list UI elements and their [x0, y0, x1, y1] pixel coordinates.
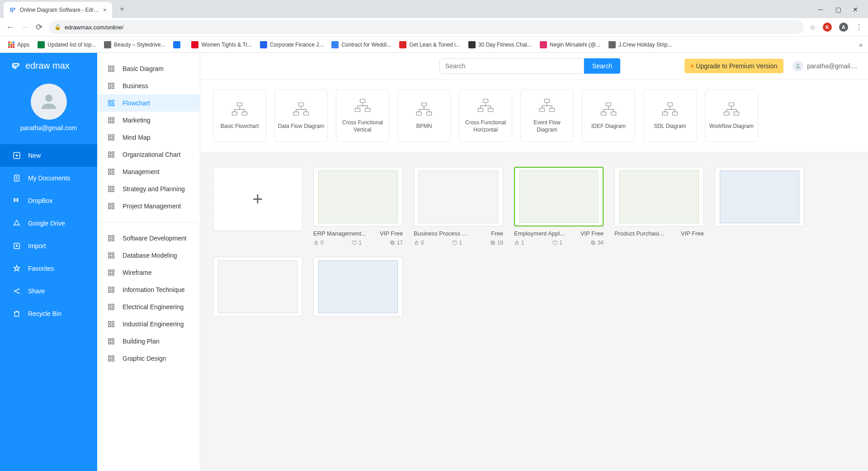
hearts-stat[interactable]: 1 [452, 240, 462, 246]
copy-icon [390, 240, 395, 245]
new-tab-button[interactable]: + [116, 3, 128, 15]
menu-dots-icon[interactable]: ⋮ [855, 23, 863, 32]
category-software-development[interactable]: Software Development [97, 230, 200, 247]
template-card[interactable]: Cross Functional Horizontal [459, 89, 512, 142]
likes-stat[interactable]: 0 [313, 240, 324, 246]
forward-icon[interactable]: → [20, 23, 29, 32]
nav-item-import[interactable]: Import [0, 235, 97, 257]
doc-icon [13, 174, 21, 182]
copies-stat[interactable]: 17 [390, 240, 403, 246]
svg-rect-87 [417, 112, 422, 115]
reload-icon[interactable]: ⟳ [34, 23, 43, 32]
template-card[interactable]: SDL Diagram [643, 89, 697, 142]
search-button[interactable]: Search [584, 58, 620, 74]
minimize-icon[interactable]: ─ [818, 6, 825, 12]
back-icon[interactable]: ← [5, 23, 14, 32]
svg-rect-9 [112, 66, 114, 68]
new-diagram-card[interactable]: + [213, 167, 302, 231]
likes-stat[interactable]: 1 [514, 240, 524, 246]
likes-stat[interactable]: 0 [414, 240, 424, 246]
template-card[interactable]: BPMN [397, 89, 451, 142]
hearts-stat[interactable]: 1 [552, 240, 562, 246]
bookmark-item[interactable]: Contract for Weddi... [329, 39, 394, 50]
bookmark-star-icon[interactable]: ☆ [809, 23, 816, 32]
hearts-stat[interactable]: 1 [351, 240, 362, 246]
template-card[interactable]: Cross Functional Vertical [336, 89, 389, 142]
example-card[interactable]: Product Purchasi...VIP Free [614, 167, 704, 246]
category-management[interactable]: Management [97, 163, 200, 180]
example-card[interactable] [213, 257, 302, 316]
bookmark-item[interactable]: Updated list of top... [35, 39, 99, 50]
bookmark-item[interactable]: Beauty – Styledrive... [101, 39, 168, 50]
category-electrical-engineering[interactable]: Electrical Engineering [97, 298, 200, 316]
category-business[interactable]: Business [97, 77, 200, 94]
svg-rect-15 [112, 87, 114, 89]
copies-stat[interactable]: 34 [590, 240, 604, 246]
bookmark-item[interactable]: 30 Day Fitness Chal... [466, 39, 534, 50]
url-bar[interactable]: 🔒 edrawmax.com/online/ [49, 20, 804, 34]
bookmark-item[interactable] [170, 39, 186, 50]
bookmark-item[interactable]: Get Lean & Toned i... [396, 39, 463, 50]
template-card[interactable]: Event Flow Diagram [520, 89, 574, 142]
nav-item-my-documents[interactable]: My Documents [0, 167, 97, 189]
person-icon [38, 91, 60, 113]
template-card[interactable]: Data Flow Diagram [274, 89, 328, 142]
example-card[interactable]: Business Process Mo...Free0118 [414, 167, 503, 246]
svg-rect-33 [112, 169, 114, 171]
category-building-plan[interactable]: Building Plan [97, 333, 200, 350]
category-strategy-and-planning[interactable]: Strategy and Planning [97, 180, 200, 198]
nav-item-share[interactable]: Share [0, 280, 97, 302]
category-database-modeling[interactable]: Database Modeling [97, 247, 200, 264]
close-window-icon[interactable]: ✕ [853, 6, 859, 12]
category-marketing[interactable]: Marketing [97, 112, 200, 129]
close-icon[interactable]: × [103, 6, 107, 14]
category-graphic-design[interactable]: Graphic Design [97, 350, 200, 367]
bookmark-item[interactable]: Corporate Finance J... [257, 39, 326, 50]
browser-tab[interactable]: Online Diagram Software - Edraw × [4, 2, 112, 18]
category-icon [107, 82, 115, 90]
example-card[interactable] [715, 167, 804, 246]
nav-item-dropbox[interactable]: DropBox [0, 189, 97, 212]
category-label: Building Plan [123, 338, 160, 345]
category-flowchart[interactable]: Flowchart [97, 94, 200, 112]
category-icon [107, 320, 115, 328]
template-label: Basic Flowchart [218, 123, 262, 130]
profile-avatar-icon[interactable]: A [839, 23, 848, 32]
example-card[interactable] [313, 257, 403, 316]
category-information-technique[interactable]: Information Technique [97, 281, 200, 298]
category-basic-diagram[interactable]: Basic Diagram [97, 60, 200, 77]
svg-rect-28 [108, 152, 111, 154]
nav-item-new[interactable]: New [0, 144, 97, 167]
nav-item-favorites[interactable]: Favorites [0, 257, 97, 280]
svg-rect-51 [112, 256, 114, 259]
avatar[interactable] [31, 84, 67, 120]
user-top[interactable]: paratha@gmail.... [793, 61, 857, 71]
example-title: ERP Management... [313, 230, 366, 237]
example-card[interactable]: Employment Appl...VIP Free1134 [514, 167, 604, 246]
category-mind-map[interactable]: Mind Map [97, 129, 200, 146]
template-card[interactable]: IDEF Diagram [582, 89, 635, 142]
copies-stat[interactable]: 18 [490, 240, 503, 246]
category-wireframe[interactable]: Wireframe [97, 264, 200, 281]
bookmarks-more-icon[interactable]: » [859, 41, 863, 48]
bookmark-favicon [609, 41, 616, 48]
upgrade-button[interactable]: Upgrade to Premium Version [684, 59, 784, 73]
bookmark-item[interactable]: Apps [5, 40, 32, 50]
extension-k-icon[interactable]: K [823, 23, 832, 32]
bookmark-item[interactable]: J.Crew Holiday Strip... [606, 39, 675, 50]
maximize-icon[interactable]: ▢ [835, 6, 842, 12]
category-project-management[interactable]: Project Management [97, 198, 200, 215]
category-organizational-chart[interactable]: Organizational Chart [97, 146, 200, 163]
search-input[interactable] [439, 58, 584, 74]
category-industrial-engineering[interactable]: Industrial Engineering [97, 316, 200, 333]
bookmark-item[interactable]: Women Tights & Tr... [189, 39, 254, 50]
copy-icon [490, 240, 495, 245]
example-card[interactable]: ERP Management...VIP Free0117 [313, 167, 403, 246]
nav-item-google-drive[interactable]: Google Drive [0, 212, 97, 235]
svg-rect-49 [112, 253, 114, 255]
nav-item-recycle-bin[interactable]: Recycle Bin [0, 302, 97, 325]
template-card[interactable]: Workflow Diagram [705, 89, 758, 142]
bookmark-item[interactable]: Negin Mirsalehi (@... [537, 39, 603, 50]
svg-rect-66 [108, 325, 111, 327]
template-card[interactable]: Basic Flowchart [213, 89, 266, 142]
